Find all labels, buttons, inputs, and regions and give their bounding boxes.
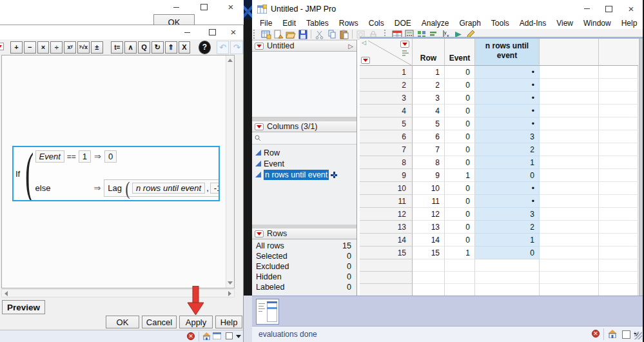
columns-search-input[interactable]	[264, 134, 358, 143]
window-thumbnail[interactable]	[256, 299, 279, 325]
lag-offset[interactable]: -1	[210, 183, 220, 194]
menu-file[interactable]: File	[255, 18, 277, 28]
expand-arrow-icon[interactable]: ▷	[348, 43, 353, 50]
cell-empty[interactable]	[540, 284, 599, 296]
minimize-icon[interactable]	[170, 2, 182, 12]
column-header-event[interactable]: Event	[445, 39, 475, 66]
formula-help-icon[interactable]: ?	[199, 41, 211, 54]
cell-empty[interactable]	[599, 117, 638, 130]
clipped-red-triangle-button[interactable]	[0, 43, 4, 50]
cell-empty[interactable]	[540, 117, 599, 130]
column-header-empty[interactable]	[599, 39, 638, 66]
column-item-event[interactable]: Event	[252, 158, 356, 169]
root-operator-button[interactable]: ʸ√x	[77, 41, 90, 54]
cell-empty[interactable]	[540, 105, 599, 117]
cell-empty[interactable]	[540, 182, 599, 195]
menu-window[interactable]: Window	[578, 18, 616, 28]
cell-row[interactable]: 15	[413, 246, 445, 259]
column-header-n-rows-until-event[interactable]: n rows until event	[475, 39, 540, 66]
cell-event[interactable]: 1	[445, 169, 475, 182]
grid-corner-cell[interactable]: ◁	[360, 39, 413, 66]
lag-function-name[interactable]: Lag	[108, 183, 122, 193]
cell-empty[interactable]	[599, 79, 638, 92]
row-number-cell[interactable]	[360, 284, 413, 296]
formula-canvas[interactable]: If ( Event == 1 ⇒ 0 else ⇒	[1, 55, 235, 288]
toolbar-drag-handle[interactable]	[253, 30, 257, 39]
cell-empty[interactable]	[540, 169, 599, 182]
home-icon[interactable]	[608, 330, 617, 338]
row-number-cell[interactable]: 8	[360, 156, 413, 169]
cell-n-rows[interactable]: 1	[475, 156, 540, 169]
add-operator-button[interactable]: +	[10, 41, 23, 54]
cell-empty[interactable]	[599, 130, 638, 143]
cell-empty[interactable]	[599, 182, 638, 195]
close-icon[interactable]: ×	[620, 4, 643, 14]
cell-empty[interactable]	[540, 143, 599, 156]
cell-empty[interactable]	[540, 246, 599, 259]
close-icon[interactable]: ×	[224, 2, 237, 12]
red-triangle-button[interactable]	[255, 43, 264, 50]
menu-analyze[interactable]: Analyze	[416, 18, 454, 28]
cell-empty[interactable]	[413, 284, 445, 296]
unary-sign-button[interactable]: ±	[91, 41, 103, 54]
row-number-cell[interactable]: 6	[360, 130, 413, 143]
cell-empty[interactable]	[540, 92, 599, 105]
cell-row[interactable]: 2	[413, 79, 445, 92]
cell-empty[interactable]	[475, 272, 540, 284]
refresh-button[interactable]: ↻	[151, 41, 164, 54]
cell-empty[interactable]	[540, 156, 599, 169]
rows-panel-header[interactable]: Rows	[252, 228, 356, 239]
cell-empty[interactable]	[540, 195, 599, 208]
delete-expression-button[interactable]: X	[179, 41, 191, 54]
menu-doe[interactable]: DOE	[389, 18, 416, 28]
cell-event[interactable]: 0	[445, 105, 475, 117]
cell-empty[interactable]	[599, 246, 638, 259]
log-error-icon[interactable]: ✕	[592, 330, 600, 337]
new-journal-icon[interactable]	[273, 29, 284, 39]
cell-event[interactable]: 0	[445, 182, 475, 195]
cell-empty[interactable]	[599, 284, 638, 296]
cell-empty[interactable]	[599, 156, 638, 169]
cell-event[interactable]: 0	[445, 221, 475, 234]
menu-help[interactable]: Help	[616, 18, 643, 28]
cell-row[interactable]: 13	[413, 221, 445, 234]
cell-empty[interactable]	[445, 272, 475, 284]
stat-selected[interactable]: Selected 0	[252, 251, 356, 261]
cell-event[interactable]: 0	[445, 130, 475, 143]
cell-n-rows[interactable]: 1	[475, 234, 540, 246]
row-number-cell[interactable]: 12	[360, 208, 413, 221]
cell-n-rows[interactable]: 3	[475, 208, 540, 221]
condition-value[interactable]: 1	[79, 150, 91, 163]
stat-all-rows[interactable]: All rows 15	[252, 241, 356, 251]
cell-n-rows[interactable]: 2	[475, 221, 540, 234]
cell-empty[interactable]	[540, 79, 599, 92]
cell-empty[interactable]	[599, 234, 638, 246]
cell-row[interactable]: 14	[413, 234, 445, 246]
status-dropdown-icon[interactable]	[236, 335, 241, 338]
cell-event[interactable]: 0	[445, 117, 475, 130]
row-number-cell[interactable]: 11	[360, 195, 413, 208]
cell-event[interactable]: 0	[445, 195, 475, 208]
peel-expression-button[interactable]: ∧	[124, 41, 137, 54]
cell-n-rows[interactable]: 3	[475, 130, 540, 143]
cell-row[interactable]: 5	[413, 117, 445, 130]
paste-icon[interactable]	[338, 29, 349, 39]
menu-edit[interactable]: Edit	[277, 18, 301, 28]
scroll-right-icon[interactable]	[228, 291, 231, 296]
table-panel-header[interactable]: Untitled ▷	[252, 40, 356, 52]
row-number-cell[interactable]: 5	[360, 117, 413, 130]
cell-row[interactable]: 4	[413, 105, 445, 117]
menu-rows[interactable]: Rows	[334, 18, 364, 28]
open-file-icon[interactable]	[285, 29, 296, 39]
cell-empty[interactable]	[599, 221, 638, 234]
preview-button[interactable]: Preview	[2, 300, 45, 314]
cell-n-rows[interactable]: 0	[475, 246, 540, 259]
cell-empty[interactable]	[599, 92, 638, 105]
maximize-icon[interactable]	[206, 27, 219, 37]
scroll-up-icon[interactable]	[228, 59, 233, 62]
lag-expression-box[interactable]: Lag ( n rows until event , -1 ) + 1	[104, 179, 220, 197]
cell-row[interactable]: 10	[413, 182, 445, 195]
minimize-icon[interactable]	[576, 4, 598, 14]
cell-event[interactable]: 0	[445, 66, 475, 79]
cell-n-rows[interactable]: •	[475, 79, 540, 92]
